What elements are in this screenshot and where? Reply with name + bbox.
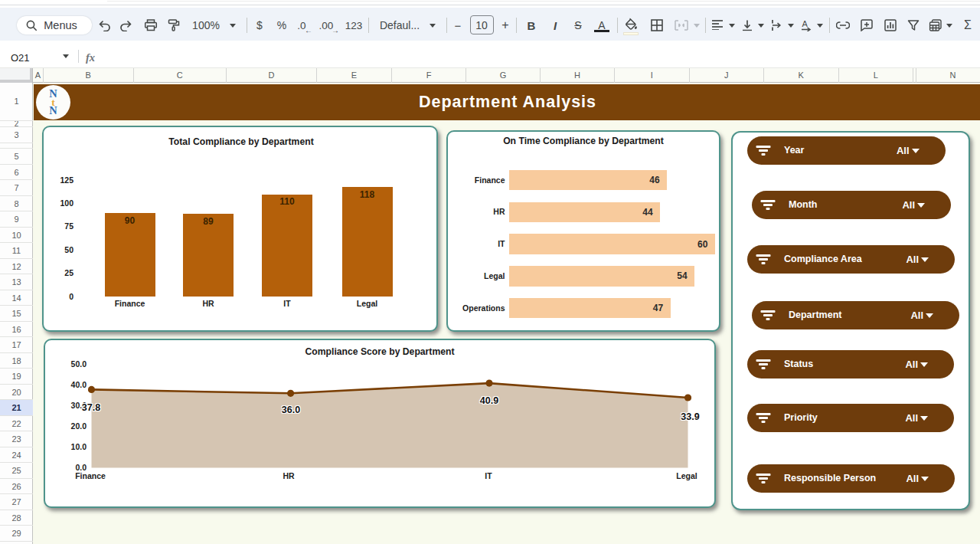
svg-text:A: A (802, 19, 808, 28)
